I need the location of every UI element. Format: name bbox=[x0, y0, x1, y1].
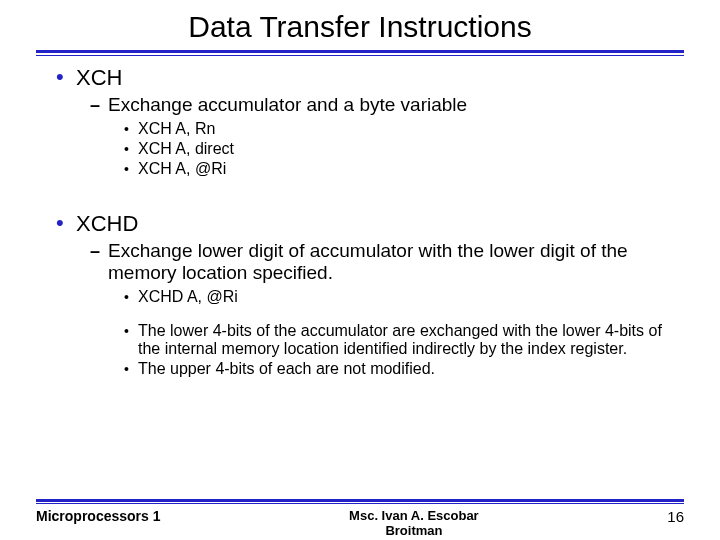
bullet-text: XCH bbox=[76, 66, 122, 90]
item-text: XCH A, @Ri bbox=[138, 160, 684, 178]
title-rule bbox=[36, 50, 684, 56]
dash-icon: – bbox=[90, 94, 108, 116]
dot-icon: • bbox=[124, 120, 138, 138]
bullet-xchd: • XCHD bbox=[56, 212, 684, 236]
item-text: XCHD A, @Ri bbox=[138, 288, 684, 306]
bullet-xch: • XCH bbox=[56, 66, 684, 90]
slide: Data Transfer Instructions • XCH – Excha… bbox=[0, 10, 720, 540]
dot-icon: • bbox=[124, 140, 138, 158]
dash-icon: – bbox=[90, 240, 108, 262]
note-lower-bits: • The lower 4-bits of the accumulator ar… bbox=[124, 322, 684, 358]
slide-title: Data Transfer Instructions bbox=[36, 10, 684, 44]
subbullet-xch-desc: – Exchange accumulator and a byte variab… bbox=[90, 94, 684, 116]
footer-left: Microprocessors 1 bbox=[36, 508, 161, 524]
footer-center: Msc. Ivan A. EscobarBroitman bbox=[169, 508, 660, 538]
dot-icon: • bbox=[124, 322, 138, 340]
dot-icon: • bbox=[124, 160, 138, 178]
note-text: The lower 4-bits of the accumulator are … bbox=[138, 322, 684, 358]
footer: Microprocessors 1 Msc. Ivan A. EscobarBr… bbox=[36, 499, 684, 538]
subbullet-xchd-desc: – Exchange lower digit of accumulator wi… bbox=[90, 240, 684, 284]
bullet-text: XCHD bbox=[76, 212, 138, 236]
item-xchd-ri: • XCHD A, @Ri bbox=[124, 288, 684, 306]
note-upper-bits: • The upper 4-bits of each are not modif… bbox=[124, 360, 684, 378]
item-xch-direct: • XCH A, direct bbox=[124, 140, 684, 158]
note-text: The upper 4-bits of each are not modifie… bbox=[138, 360, 684, 378]
page-number: 16 bbox=[667, 508, 684, 525]
dot-icon: • bbox=[124, 288, 138, 306]
content-area: • XCH – Exchange accumulator and a byte … bbox=[36, 66, 684, 378]
subbullet-text: Exchange lower digit of accumulator with… bbox=[108, 240, 684, 284]
bullet-icon: • bbox=[56, 212, 76, 234]
item-xch-rn: • XCH A, Rn bbox=[124, 120, 684, 138]
item-text: XCH A, Rn bbox=[138, 120, 684, 138]
item-text: XCH A, direct bbox=[138, 140, 684, 158]
item-xch-ri: • XCH A, @Ri bbox=[124, 160, 684, 178]
bullet-icon: • bbox=[56, 66, 76, 88]
dot-icon: • bbox=[124, 360, 138, 378]
subbullet-text: Exchange accumulator and a byte variable bbox=[108, 94, 684, 116]
